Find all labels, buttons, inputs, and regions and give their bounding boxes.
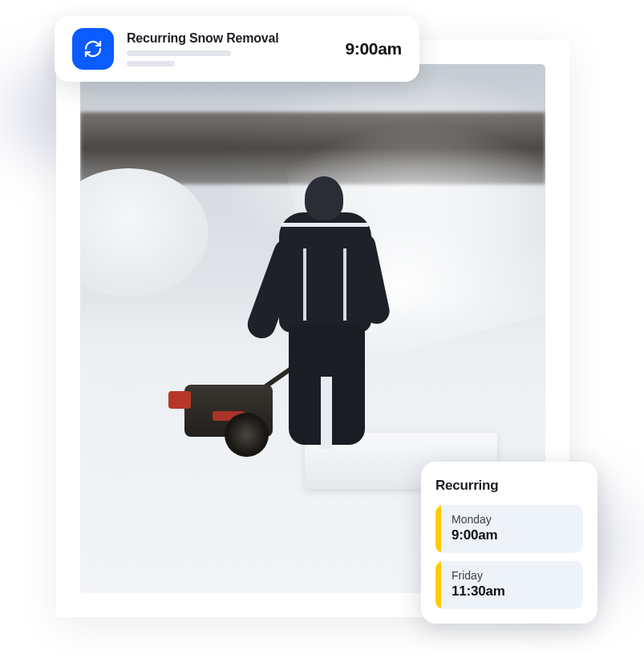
refresh-icon xyxy=(72,28,114,70)
schedule-time: 9:00am xyxy=(452,527,572,543)
schedule-time: 11:30am xyxy=(452,583,572,599)
skeleton-line xyxy=(127,50,231,56)
skeleton-line xyxy=(127,61,175,67)
schedule-day: Friday xyxy=(452,569,572,582)
notification-time: 9:00am xyxy=(345,39,402,59)
schedule-item[interactable]: Friday 11:30am xyxy=(435,561,583,609)
notification-title: Recurring Snow Removal xyxy=(127,31,332,46)
schedule-title: Recurring xyxy=(435,478,583,494)
notification-card[interactable]: Recurring Snow Removal 9:00am xyxy=(55,16,419,82)
schedule-item[interactable]: Monday 9:00am xyxy=(435,505,583,553)
schedule-card: Recurring Monday 9:00am Friday 11:30am xyxy=(421,462,597,624)
schedule-day: Monday xyxy=(452,513,572,526)
person-illustration xyxy=(265,176,385,449)
